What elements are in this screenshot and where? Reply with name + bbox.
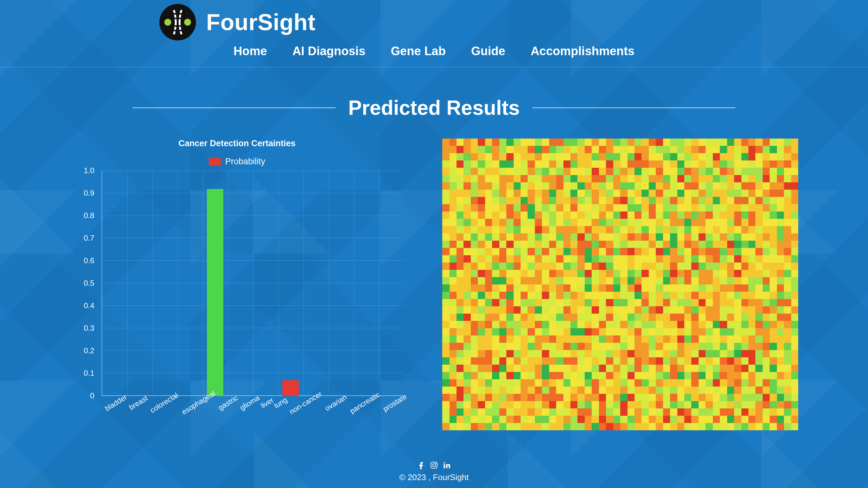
heatmap-cell bbox=[684, 387, 691, 394]
heatmap-cell bbox=[720, 160, 727, 168]
heatmap-cell bbox=[677, 335, 684, 343]
heatmap-cell bbox=[592, 372, 599, 379]
heatmap-cell bbox=[514, 343, 521, 350]
heatmap-cell bbox=[499, 416, 506, 423]
heatmap-cell bbox=[542, 233, 549, 241]
heatmap bbox=[442, 138, 798, 430]
heatmap-cell bbox=[763, 175, 770, 182]
heatmap-cell bbox=[691, 328, 698, 335]
heatmap-cell bbox=[784, 394, 791, 401]
heatmap-cell bbox=[457, 372, 464, 379]
heatmap-cell bbox=[606, 335, 613, 343]
heatmap-cell bbox=[770, 263, 777, 270]
heatmap-cell bbox=[634, 197, 642, 204]
heatmap-cell bbox=[642, 146, 648, 153]
heatmap-cell bbox=[492, 299, 499, 306]
heatmap-cell bbox=[471, 212, 478, 219]
heatmap-cell bbox=[506, 350, 513, 357]
heatmap-cell bbox=[755, 372, 762, 379]
heatmap-cell bbox=[578, 255, 584, 263]
heatmap-cell bbox=[784, 226, 791, 233]
heatmap-cell bbox=[642, 328, 648, 335]
heatmap-cell bbox=[656, 168, 663, 175]
heatmap-cell bbox=[599, 241, 606, 248]
nav-gene[interactable]: Gene Lab bbox=[391, 44, 446, 58]
heatmap-cell bbox=[677, 387, 684, 394]
heatmap-cell bbox=[514, 387, 521, 394]
heatmap-cell bbox=[791, 263, 798, 270]
facebook-icon[interactable] bbox=[416, 460, 426, 470]
heatmap-cell bbox=[748, 255, 755, 263]
heatmap-cell bbox=[706, 146, 713, 153]
heatmap-cell bbox=[471, 394, 478, 401]
heatmap-cell bbox=[514, 190, 521, 197]
heatmap-cell bbox=[556, 190, 563, 197]
heatmap-cell bbox=[770, 241, 777, 248]
heatmap-cell bbox=[535, 394, 542, 401]
heatmap-cell bbox=[656, 175, 663, 182]
heatmap-cell bbox=[791, 321, 798, 328]
heatmap-cell bbox=[755, 248, 762, 255]
heatmap-cell bbox=[777, 138, 784, 146]
heatmap-cell bbox=[677, 263, 684, 270]
heatmap-cell bbox=[471, 379, 478, 387]
heatmap-cell bbox=[656, 204, 663, 212]
heatmap-cell bbox=[763, 357, 770, 365]
linkedin-icon[interactable] bbox=[442, 460, 452, 470]
heatmap-cell bbox=[642, 314, 648, 321]
heatmap-cell bbox=[556, 292, 563, 299]
heatmap-cell bbox=[713, 387, 720, 394]
heatmap-cell bbox=[542, 292, 549, 299]
heatmap-cell bbox=[720, 197, 727, 204]
heatmap-cell bbox=[627, 292, 634, 299]
heatmap-cell bbox=[727, 314, 734, 321]
heatmap-cell bbox=[563, 350, 570, 357]
heatmap-cell bbox=[656, 241, 663, 248]
heatmap-cell bbox=[592, 335, 599, 343]
heatmap-cell bbox=[478, 299, 485, 306]
heatmap-cell bbox=[755, 219, 762, 226]
heatmap-cell bbox=[606, 350, 613, 357]
heatmap-cell bbox=[620, 160, 627, 168]
heatmap-cell bbox=[549, 270, 556, 277]
heatmap-cell bbox=[642, 204, 648, 212]
heatmap-cell bbox=[741, 168, 748, 175]
nav-accomp[interactable]: Accomplishments bbox=[531, 44, 634, 58]
heatmap-cell bbox=[592, 233, 599, 241]
heatmap-cell bbox=[627, 190, 634, 197]
heatmap-cell bbox=[592, 314, 599, 321]
heatmap-cell bbox=[784, 409, 791, 416]
heatmap-cell bbox=[442, 409, 449, 416]
heatmap-cell bbox=[634, 306, 642, 314]
heatmap-cell bbox=[670, 153, 677, 160]
heatmap-cell bbox=[706, 226, 713, 233]
heatmap-cell bbox=[741, 328, 748, 335]
heatmap-cell bbox=[606, 387, 613, 394]
heatmap-cell bbox=[691, 394, 698, 401]
heatmap-cell bbox=[684, 343, 691, 350]
heatmap-cell bbox=[506, 190, 513, 197]
heatmap-cell bbox=[542, 314, 549, 321]
heatmap-cell bbox=[791, 372, 798, 379]
heatmap-cell bbox=[691, 387, 698, 394]
nav-home[interactable]: Home bbox=[234, 44, 267, 58]
heatmap-cell bbox=[684, 285, 691, 292]
heatmap-cell bbox=[755, 168, 762, 175]
heatmap-cell bbox=[528, 328, 534, 335]
heatmap-cell bbox=[649, 365, 656, 372]
heatmap-cell bbox=[592, 285, 599, 292]
heatmap-cell bbox=[606, 394, 613, 401]
heatmap-cell bbox=[442, 343, 449, 350]
heatmap-cell bbox=[720, 372, 727, 379]
heatmap-cell bbox=[578, 146, 584, 153]
nav-ai[interactable]: AI Diagnosis bbox=[292, 44, 366, 58]
nav-guide[interactable]: Guide bbox=[471, 44, 505, 58]
heatmap-cell bbox=[642, 321, 648, 328]
heatmap-cell bbox=[592, 168, 599, 175]
heatmap-cell bbox=[734, 153, 741, 160]
heatmap-cell bbox=[634, 241, 642, 248]
heatmap-cell bbox=[485, 182, 492, 190]
heatmap-cell bbox=[492, 350, 499, 357]
instagram-icon[interactable] bbox=[429, 460, 439, 470]
heatmap-cell bbox=[634, 168, 642, 175]
